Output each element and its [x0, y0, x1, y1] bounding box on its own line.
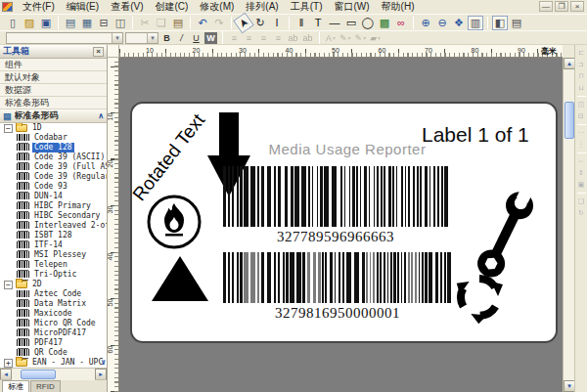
fill-color-button[interactable]: ✎▾ — [354, 32, 368, 44]
restore-button[interactable]: ❐ — [555, 1, 568, 12]
save-icon[interactable]: ▣ — [38, 16, 54, 30]
tab-rfid[interactable]: RFID — [30, 380, 61, 392]
text-tool-icon[interactable]: T — [310, 16, 326, 30]
scrollbar-track[interactable] — [12, 369, 95, 380]
link-tool-icon[interactable]: ∞ — [393, 16, 409, 30]
tree-item-code-39-full-asc[interactable]: Code 39 (Full ASC — [0, 162, 107, 172]
word-wrap-button[interactable]: W — [204, 32, 217, 44]
toolbox-group-standard-barcodes[interactable]: 标准条形码 — [0, 97, 107, 109]
menu-tools[interactable]: 工具(T) — [285, 0, 329, 14]
highlight-color-button[interactable]: ▰▾ — [369, 32, 382, 44]
tree-horizontal-scrollbar[interactable]: ◂ ▸ — [0, 368, 107, 379]
tree-item-code-39-regular[interactable]: Code 39 (Regular) — [0, 172, 107, 182]
tree-item-aztec-code[interactable]: Aztec Code — [0, 289, 107, 299]
tab-standard[interactable]: 标准 — [2, 380, 29, 392]
vertical-text-button[interactable]: ab — [287, 32, 299, 44]
distribute-horizontally-icon[interactable]: ⋯ — [576, 128, 587, 138]
redo-icon[interactable]: ↷ — [211, 16, 227, 30]
rectangle-tool-icon[interactable]: ▭ — [343, 16, 359, 30]
printer-setup-icon[interactable]: ▤ — [509, 16, 524, 30]
align-left-edges-icon[interactable]: ⊏ — [576, 48, 587, 58]
tree-item-hibc-secondary[interactable]: HIBC Secondary — [0, 211, 107, 221]
rotate-object-icon[interactable]: ↻ — [576, 208, 587, 218]
menu-view[interactable]: 查看(V) — [105, 0, 149, 14]
tree-item-data-matrix[interactable]: Data Matrix — [0, 299, 107, 309]
cut-icon[interactable]: ✂ — [137, 16, 153, 30]
tree-item-msi-plessey[interactable]: MSI Plessey — [0, 250, 107, 260]
align-left-button[interactable]: ≡ — [228, 32, 241, 44]
print-preview-icon[interactable]: ◫ — [113, 16, 128, 30]
scroll-down-icon[interactable]: ∨ — [101, 358, 106, 367]
recycle-icon[interactable] — [456, 271, 503, 324]
font-color-button[interactable]: A▾ — [325, 32, 337, 44]
database-fields-icon[interactable]: ▤ — [63, 16, 78, 30]
tree-item-itf-14[interactable]: ITF-14 — [0, 240, 107, 250]
same-height-icon[interactable]: ⇕ — [576, 168, 587, 178]
scrollbar-track[interactable] — [564, 69, 574, 380]
distribute-vertically-icon[interactable]: ⋮ — [576, 140, 587, 150]
tree-folder-ean-jan-upc[interactable]: +EAN - JAN - UPC — [0, 358, 107, 368]
same-size-icon[interactable]: ▣ — [576, 180, 587, 190]
undo-icon[interactable]: ↶ — [195, 16, 210, 30]
tree-item-code-39-ascii[interactable]: Code 39 (ASCII) — [0, 152, 107, 162]
bold-button[interactable]: B — [160, 32, 173, 44]
line-color-button[interactable]: ✎▾ — [339, 32, 352, 44]
align-justify-button[interactable]: ≡ — [272, 32, 285, 44]
menu-arrange[interactable]: 排列(A) — [240, 0, 284, 14]
expand-toggle-icon[interactable]: + — [4, 359, 13, 368]
collapse-chevron-icon[interactable]: ∧ — [98, 111, 104, 120]
scroll-left-icon[interactable]: ◂ — [0, 369, 12, 380]
center-horizontally-icon[interactable]: ◫ — [576, 100, 587, 109]
triangle-symbol[interactable] — [152, 256, 208, 301]
scrollbar-thumb[interactable] — [21, 370, 56, 379]
tree-item-dun-14[interactable]: DUN-14 — [0, 192, 107, 201]
underline-button[interactable]: U — [190, 32, 203, 44]
minimize-button[interactable]: — — [539, 1, 553, 12]
tree-item-telepen[interactable]: Telepen — [0, 260, 107, 270]
canvas-vertical-scrollbar[interactable]: ▴ ▾ — [563, 58, 574, 392]
expand-toggle-icon[interactable]: − — [4, 124, 13, 133]
align-center-button[interactable]: ≡ — [243, 32, 255, 44]
align-bottom-edges-icon[interactable]: ⊔ — [576, 83, 587, 93]
print-icon[interactable]: ⊟ — [96, 16, 112, 30]
open-file-icon[interactable]: ▨ — [22, 16, 37, 30]
tree-item-isbt-128[interactable]: ISBT 128 — [0, 231, 107, 240]
flammable-symbol-icon[interactable] — [146, 194, 203, 250]
expand-toggle-icon[interactable]: − — [4, 281, 13, 289]
line-tool-icon[interactable]: ― — [327, 16, 342, 30]
ellipse-tool-icon[interactable]: ◯ — [360, 16, 376, 30]
font-family-combo[interactable]: ▾ — [6, 32, 123, 44]
label-count-text[interactable]: Label 1 of 1 — [422, 123, 529, 147]
new-document-icon[interactable]: ▯ — [5, 16, 21, 30]
barcode-object-2[interactable]: 3279816950000001 — [223, 252, 452, 322]
tree-item-micro-qr-code[interactable]: Micro QR Code — [0, 319, 107, 328]
barcode-section-header[interactable]: ▤ 标准条形码 ∧ — [0, 109, 107, 123]
zoom-in-icon[interactable]: ⊕ — [418, 16, 433, 30]
tree-item-maxicode[interactable]: Maxicode — [0, 309, 107, 319]
text-cursor-icon[interactable]: I — [269, 16, 285, 30]
tree-item-code-128[interactable]: Code 128 — [0, 143, 107, 152]
same-width-icon[interactable]: ⇔ — [576, 156, 587, 166]
tree-item-interleaved-2-of-5[interactable]: Interleaved 2-of-5 — [0, 221, 107, 231]
label-design[interactable]: Rotated Text Media Usage Reporter Label … — [130, 102, 558, 343]
toolbox-group-default-objects[interactable]: 默认对象 — [0, 71, 107, 84]
font-size-combo[interactable]: ▾ — [125, 32, 158, 44]
zoom-out-icon[interactable]: ⊖ — [434, 16, 450, 30]
design-canvas[interactable]: Rotated Text Media Usage Reporter Label … — [119, 58, 563, 392]
tree-item-codabar[interactable]: Codabar — [0, 133, 107, 143]
center-vertically-icon[interactable]: ⊟ — [576, 111, 587, 121]
menu-file[interactable]: 文件(F) — [17, 0, 61, 14]
tree-folder-1d[interactable]: −1D — [0, 123, 107, 133]
rotated-text-object[interactable]: Rotated Text — [128, 109, 209, 204]
show-preview-icon[interactable]: ◧ — [492, 16, 508, 30]
chevron-down-icon[interactable]: ▾ — [112, 33, 122, 43]
grid-icon[interactable]: ▦ — [79, 16, 95, 30]
paste-icon[interactable]: ▤ — [170, 16, 186, 30]
copy-icon[interactable]: ❏ — [154, 16, 169, 30]
menu-modify[interactable]: 修改(M) — [194, 0, 240, 14]
group-objects-icon[interactable]: ❑ — [576, 196, 587, 206]
menu-help[interactable]: 帮助(H) — [376, 0, 421, 14]
zoom-fit-icon[interactable]: ❖ — [451, 16, 467, 30]
chevron-down-icon[interactable]: ▾ — [147, 33, 158, 43]
tree-item-micropdf417[interactable]: MicroPDF417 — [0, 328, 107, 338]
